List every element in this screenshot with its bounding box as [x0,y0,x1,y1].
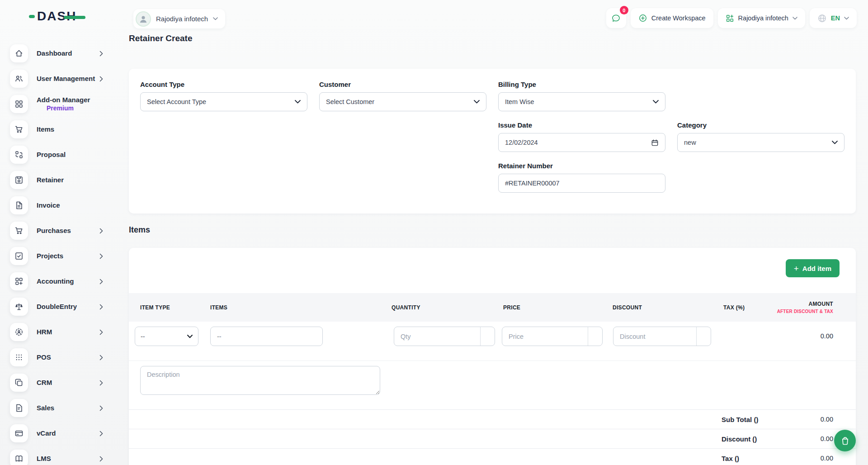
sidebar-item-items[interactable]: Items [0,117,115,142]
home-icon [14,49,24,58]
subtotal-label: Sub Total () [722,416,790,423]
hrm-icon [14,327,24,337]
sidebar-item-label: User Management [37,75,95,83]
number-spinner[interactable] [696,327,711,346]
company-selector-label: Rajodiya infotech [156,15,208,23]
check-square-icon [14,251,24,261]
category-select[interactable]: new [677,133,844,152]
sidebar-item-retainer[interactable]: Retainer [0,167,115,193]
sidebar-item-hrm[interactable]: HRM [0,319,115,345]
overlap-squares-icon [14,378,24,387]
sidebar-item-label: LMS [37,455,51,463]
language-selector[interactable]: EN [810,8,857,28]
billing-type-select[interactable]: Item Wise [498,92,665,111]
chevron-down-icon [187,335,193,338]
item-type-select[interactable]: -- [135,327,198,346]
save-icon [14,176,24,185]
user-avatar [136,11,151,27]
sidebar-item-accounting[interactable]: Accounting [0,269,115,294]
calendar-icon[interactable] [651,139,659,147]
quantity-field [394,327,495,346]
chevron-right-icon [99,76,103,82]
sidebar-item-vcard[interactable]: vCard [0,421,115,446]
company-selector[interactable]: Rajodiya infotech [133,9,225,28]
sidebar-item-label: Purchases [37,227,71,235]
number-spinner[interactable] [588,327,602,346]
file-icon [14,201,24,210]
chevron-down-icon [832,141,838,144]
messages-badge: 0 [620,6,628,14]
price-input[interactable] [502,327,602,346]
customer-value: Select Customer [326,98,374,105]
create-workspace-button[interactable]: Create Workspace [631,8,713,28]
sidebar-item-label: Dashboard [37,49,72,58]
retainer-number-input[interactable]: #RETAINER00007 [498,174,665,193]
account-type-value: Select Account Type [147,98,206,105]
category-value: new [684,139,696,146]
credit-card-icon [14,429,24,438]
chevron-right-icon [99,253,103,259]
discount-field [613,327,711,346]
header-amount: AMOUNT AFTER DISCOUNT & TAX [775,301,856,314]
sidebar-item-lms[interactable]: LMS [0,446,115,465]
chevron-down-icon [213,17,218,20]
messages-button[interactable]: 0 [606,8,626,28]
category-label: Category [677,121,844,129]
chevron-right-icon [99,431,103,437]
sidebar-item-proposal[interactable]: Proposal [0,142,115,167]
chevron-right-icon [99,279,103,285]
header-discount: DISCOUNT [608,304,719,311]
number-spinner[interactable] [480,327,495,346]
sidebar-item-label: Add-on Manager [37,96,90,104]
sidebar-item-projects[interactable]: Projects [0,243,115,269]
language-selector-label: EN [831,14,840,22]
sidebar-item-label: Accounting [37,277,74,286]
create-workspace-label: Create Workspace [651,14,706,22]
sidebar-item-crm[interactable]: CRM [0,370,115,395]
items-select[interactable]: -- [210,327,323,346]
price-field [502,327,603,346]
item-row: -- -- 0.00 [129,327,856,346]
billing-type-value: Item Wise [505,98,534,105]
chevron-right-icon [99,329,103,335]
subtotal-value: 0.00 [790,416,833,423]
sidebar-item-sales[interactable]: Sales [0,395,115,421]
chevron-down-icon [295,100,301,104]
sidebar-item-purchases[interactable]: Purchases [0,218,115,243]
sidebar-item-invoice[interactable]: Invoice [0,193,115,218]
workspace-selector[interactable]: Rajodiya infotech [718,8,805,28]
app-logo[interactable]: DASH [29,10,76,23]
sidebar-item-pos[interactable]: POS [0,345,115,370]
add-item-label: Add item [802,265,831,272]
add-item-button[interactable]: + Add item [786,259,840,277]
account-type-select[interactable]: Select Account Type [140,92,307,111]
quantity-input[interactable] [394,327,495,346]
issue-date-label: Issue Date [498,121,665,129]
description-textarea[interactable] [140,366,380,395]
sidebar-item-doubleentry[interactable]: DoubleEntry [0,294,115,319]
issue-date-input[interactable]: 12/02/2024 [498,133,665,152]
sidebar-item-label: POS [37,353,51,362]
plus-icon: + [794,264,799,273]
cart-icon [14,125,24,134]
header-items: ITEMS [188,304,387,311]
chevron-right-icon [99,304,103,310]
sidebar-item-dashboard[interactable]: Dashboard [0,41,115,66]
customer-select[interactable]: Select Customer [319,92,486,111]
item-type-value: -- [141,333,145,340]
cart-floating-button[interactable] [834,430,856,451]
sidebar-item-add-on-manager[interactable]: Add-on Manager Premium [0,91,115,117]
sidebar-item-user-management[interactable]: User Management [0,66,115,91]
row-amount-value: 0.00 [775,327,833,346]
sidebar-item-label: CRM [37,379,52,387]
retainer-number-value: #RETAINER00007 [505,180,659,187]
sidebar-item-label: Items [37,125,54,134]
sidebar: Dashboard User Management Add-on Manager… [0,41,115,465]
sidebar-item-label: vCard [37,429,56,438]
chevron-down-icon [793,17,797,20]
header-amount-note: AFTER DISCOUNT & TAX [775,309,833,314]
sidebar-item-label: Invoice [37,201,60,210]
shopping-bag-icon [840,435,851,446]
scale-icon [14,302,24,311]
page-title: Retainer Create [129,33,192,43]
